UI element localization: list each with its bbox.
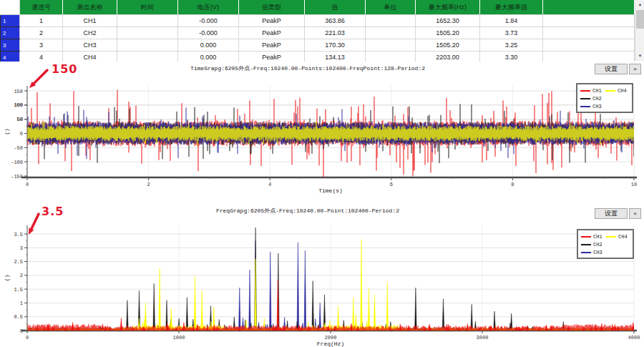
table-cell: 1.84	[480, 15, 543, 27]
freq-annotation-3-5: 3.5	[42, 205, 64, 218]
table-cell: 3.25	[480, 39, 543, 52]
y-axis-label: ()	[4, 128, 10, 135]
legend-item-ch3: CH3	[580, 102, 605, 110]
table-row: 11CH1-0.000PeakP363.861652.301.84	[1, 15, 635, 27]
table-cell: -0.000	[178, 27, 239, 39]
header-cell-6: 单位	[366, 0, 416, 15]
header-cell-2: 时间	[117, 0, 178, 15]
chart-text: 10	[631, 182, 637, 187]
chart-text: 4000	[628, 335, 640, 341]
freq-close-button[interactable]: ×	[629, 208, 641, 219]
chart-text: 6	[390, 182, 393, 187]
chart-text: 100	[14, 102, 23, 108]
table-cell: CH1	[63, 15, 117, 27]
table-cell: 3.73	[480, 27, 543, 39]
legend-item-ch3: CH3	[581, 248, 606, 256]
annotation-arrow	[31, 214, 39, 229]
legend-item-ch2: CH2	[580, 94, 605, 102]
scroll-down-icon[interactable]: ▼	[635, 52, 644, 61]
chart-text: 50	[17, 117, 23, 122]
table-cell	[543, 15, 635, 27]
table-cell	[543, 27, 635, 39]
legend-label: CH2	[592, 96, 602, 102]
chart-text: 4	[268, 182, 271, 187]
header-cell-3: 电压(V)	[178, 0, 239, 15]
scroll-up-icon[interactable]: ▲	[635, 0, 644, 9]
table-cell	[117, 27, 178, 39]
row-selector-1[interactable]: 1	[1, 15, 20, 27]
measurement-table-section: 通道号测点名称时间电压(V)值类型值单位最大频率(Hz)最大频率值 11CH1-…	[0, 0, 644, 61]
time-settings-button[interactable]: 设置	[595, 64, 628, 74]
table-cell: PeakP	[239, 15, 305, 27]
legend-item-ch1: CH1	[580, 87, 605, 94]
legend-label: CH2	[593, 242, 602, 248]
legend-label: CH4	[618, 234, 628, 240]
table-row: 22CH2-0.000PeakP221.031505.203.73	[1, 27, 635, 39]
row-selector-3[interactable]: 3	[1, 39, 20, 52]
legend-item-ch1: CH1	[581, 233, 606, 240]
table-cell	[117, 15, 178, 27]
chart-text: 8	[511, 182, 514, 187]
time-series-group	[28, 90, 634, 177]
header-cell-8: 最大频率值	[480, 0, 543, 15]
legend-swatch-ch2	[581, 244, 591, 245]
table-scrollbar[interactable]: ▲ ▼	[635, 0, 644, 61]
header-cell-7: 最大频率(Hz)	[416, 0, 480, 15]
freq-chart-panel: 0100020003000400000.511.522.533.5FreqGra…	[0, 204, 644, 347]
chart-text: 150	[14, 89, 23, 94]
table-cell: 1652.30	[416, 15, 480, 27]
freq-settings-button[interactable]: 设置	[595, 208, 628, 219]
x-axis-label: Time(s)	[318, 187, 343, 194]
legend-swatch-ch4	[605, 90, 615, 92]
time-annotation-150: 150	[52, 62, 77, 76]
time-close-button[interactable]: ×	[629, 64, 641, 74]
chart-title: TimeGrapg:6205外点-Freq:10240.00-Points:10…	[190, 65, 425, 72]
time-chart-panel: 0246810-150-100-5005010050100150TimeGrap…	[0, 62, 644, 204]
table-cell: 0.000	[178, 39, 239, 52]
chart-text: -50	[14, 145, 23, 151]
table-cell: 1	[20, 15, 63, 27]
chart-text: 3000	[477, 335, 489, 341]
legend-swatch-ch2	[580, 98, 590, 99]
freq-peaks-ch2	[99, 228, 565, 331]
legend-swatch-ch1	[580, 90, 590, 92]
time-chart: 0246810-150-100-5005010050100150TimeGrap…	[0, 62, 644, 204]
scrollbar-thumb[interactable]	[636, 10, 644, 29]
chart-text: 0	[20, 328, 23, 334]
legend-label: CH1	[592, 88, 602, 94]
chart-text: 3.5	[14, 232, 23, 238]
table-cell: CH3	[63, 39, 117, 52]
chart-text: 0	[26, 182, 29, 187]
table-cell	[543, 39, 635, 52]
table-cell: PeakP	[239, 39, 305, 52]
legend-item-ch2: CH2	[581, 240, 606, 248]
y-axis-label: ()	[4, 275, 10, 282]
chart-text: 0	[20, 131, 23, 137]
header-cell-4: 值类型	[239, 0, 305, 15]
chart-text: 3	[20, 245, 23, 251]
table-cell	[366, 15, 416, 27]
header-cell-5: 值	[305, 0, 366, 15]
table-cell	[366, 39, 416, 52]
row-selector-2[interactable]: 2	[1, 27, 20, 39]
table-cell: 363.86	[305, 15, 366, 27]
legend-swatch-ch4	[606, 236, 616, 238]
chart-text: 2.5	[14, 259, 23, 265]
table-cell: 221.03	[305, 27, 366, 39]
legend-item-ch4: CH4	[606, 233, 631, 240]
chart-text: 1.5	[14, 287, 23, 293]
measurement-table: 通道号测点名称时间电压(V)值类型值单位最大频率(Hz)最大频率值 11CH1-…	[0, 0, 635, 64]
header-cell-0: 通道号	[20, 0, 63, 15]
chart-text: 0.5	[14, 314, 23, 320]
chart-text: 1	[20, 300, 23, 306]
legend-label: CH3	[593, 250, 602, 255]
table-header-row: 通道号测点名称时间电压(V)值类型值单位最大频率(Hz)最大频率值	[1, 0, 635, 15]
table-cell	[117, 39, 178, 52]
table-row: 33CH30.000PeakP170.301505.203.25	[1, 39, 635, 52]
legend-label: CH3	[592, 104, 602, 109]
header-cell-1: 测点名称	[63, 0, 117, 15]
table-cell: PeakP	[239, 27, 305, 39]
annotation-arrow	[34, 70, 47, 84]
freq-legend: CH1CH2CH3CH4	[577, 229, 634, 259]
table-cell: -0.000	[178, 15, 239, 27]
